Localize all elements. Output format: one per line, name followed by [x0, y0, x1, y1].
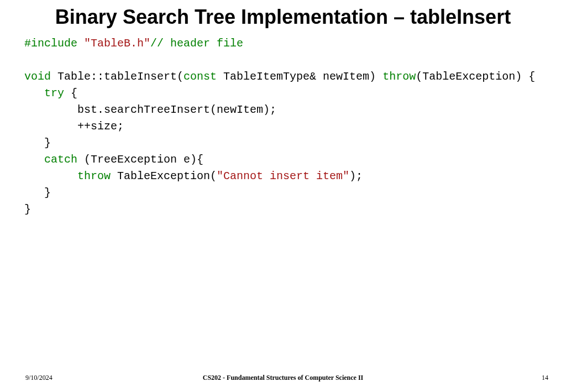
code-tok: bst.searchTreeInsert(newItem);	[24, 103, 276, 116]
code-tok: const	[184, 70, 217, 83]
slide-footer: 9/10/2024 CS202 - Fundamental Structures…	[0, 372, 566, 382]
code-tok	[24, 87, 44, 100]
code-tok: TableException(	[111, 170, 217, 182]
code-tok: Table::tableInsert(	[51, 70, 184, 83]
code-tok: }	[24, 203, 31, 216]
code-tok	[24, 170, 77, 182]
code-tok: void	[24, 70, 51, 83]
code-tok: }	[24, 137, 51, 149]
code-block: #include "TableB.h"// header file void T…	[24, 35, 544, 218]
footer-course: CS202 - Fundamental Structures of Comput…	[0, 374, 566, 382]
code-tok: );	[349, 170, 363, 182]
code-tok: throw	[77, 170, 111, 182]
code-tok: {	[64, 87, 77, 100]
code-tok: ++size;	[24, 120, 124, 133]
code-tok: // header file	[150, 37, 243, 50]
code-tok: catch	[44, 153, 77, 166]
slide-title: Binary Search Tree Implementation – tabl…	[0, 6, 566, 29]
code-tok: try	[44, 87, 64, 100]
code-tok: (TableException) {	[416, 70, 535, 83]
footer-page-number: 14	[542, 374, 548, 382]
code-tok: TableItemType& newItem)	[217, 70, 382, 83]
code-tok: "Cannot insert item"	[217, 170, 349, 182]
code-tok: throw	[382, 70, 416, 83]
code-tok: #include	[24, 37, 77, 50]
code-tok: (TreeException e){	[77, 153, 203, 166]
code-tok: "TableB.h"	[84, 37, 150, 50]
code-tok: }	[24, 186, 51, 199]
code-tok	[24, 153, 44, 166]
